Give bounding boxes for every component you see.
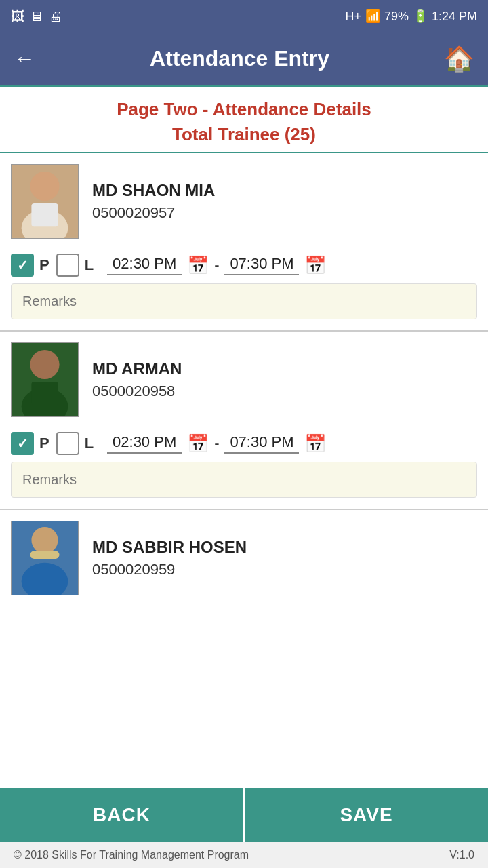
leave-wrap-1: L [56,254,94,277]
start-time-2: 02:30 PM [107,433,182,454]
trainee-details-2: MD ARMAN 0500020958 [92,359,182,400]
icon-screen: 🖥 [30,9,43,24]
leave-label-2: L [85,435,94,452]
end-calendar-2[interactable]: 📅 [304,433,326,454]
leave-checkbox-2[interactable] [56,432,79,455]
trainee-details-3: MD SABBIR HOSEN 0500020959 [92,538,247,578]
start-calendar-1[interactable]: 📅 [187,255,209,276]
svg-point-1 [30,172,59,201]
present-checkbox-1[interactable] [11,254,34,277]
svg-rect-7 [31,382,58,405]
trainee-info-2: MD ARMAN 0500020958 [11,342,477,417]
icon-printer: 🖨 [49,9,62,24]
battery-label: 79% [384,9,409,24]
trainee-photo-3 [11,521,79,595]
start-calendar-2[interactable]: 📅 [187,433,209,454]
svg-rect-10 [30,551,59,559]
leave-checkbox-1[interactable] [56,254,79,277]
trainee-info-3: MD SABBIR HOSEN 0500020959 [11,521,477,595]
trainee-name-3: MD SABBIR HOSEN [92,538,247,557]
present-checkbox-2[interactable] [11,432,34,455]
trainee-phone-1: 0500020957 [92,204,215,222]
status-bar: 🖼 🖥 🖨 H+ 📶 79% 🔋 1:24 PM [0,0,488,33]
time-label: 1:24 PM [432,9,477,24]
icon-gallery: 🖼 [11,9,24,24]
status-right: H+ 📶 79% 🔋 1:24 PM [345,9,477,24]
present-label-1: P [39,256,49,274]
present-wrap-1: P [11,254,49,277]
page-heading: Page Two - Attendance Details Total Trai… [0,87,488,153]
trainee-name-1: MD SHAON MIA [92,181,215,200]
trainee-details-1: MD SHAON MIA 0500020957 [92,181,215,222]
time-section-1: 02:30 PM 📅 - 07:30 PM 📅 [107,255,326,276]
total-trainee: Total Trainee (25) [7,124,481,145]
start-time-1: 02:30 PM [107,255,182,275]
remarks-input-2[interactable] [11,462,477,498]
time-section-2: 02:30 PM 📅 - 07:30 PM 📅 [107,433,326,454]
trainee-card-2: MD ARMAN 0500020958 P L 02:30 PM 📅 - 07:… [0,332,488,510]
remarks-input-1[interactable] [11,283,477,319]
dash-2: - [214,435,219,452]
back-button[interactable]: ← [14,46,35,71]
end-calendar-1[interactable]: 📅 [304,255,326,276]
dash-1: - [214,256,219,274]
trainee-photo-1 [11,164,79,239]
back-button-main[interactable]: BACK [0,788,243,842]
end-time-1: 07:30 PM [224,255,299,275]
present-wrap-2: P [11,432,49,455]
footer: © 2018 Skills For Training Management Pr… [0,842,488,868]
trainee-name-2: MD ARMAN [92,359,182,378]
svg-point-5 [30,350,59,379]
trainee-phone-3: 0500020959 [92,561,247,578]
trainee-phone-2: 0500020958 [92,382,182,400]
page-title: Page Two - Attendance Details [7,99,481,120]
leave-wrap-2: L [56,432,94,455]
attendance-row-1: P L 02:30 PM 📅 - 07:30 PM 📅 [11,247,477,283]
svg-rect-3 [31,203,58,226]
footer-version: V:1.0 [449,849,474,861]
app-header: ← Attendance Entry 🏠 [0,33,488,87]
battery-icon: 🔋 [413,9,428,24]
save-button-main[interactable]: SAVE [243,788,488,842]
trainee-card-1: MD SHAON MIA 0500020957 P L 02:30 PM 📅 -… [0,153,488,332]
network-label: H+ [345,9,361,24]
header-title: Attendance Entry [150,46,329,71]
footer-copyright: © 2018 Skills For Training Management Pr… [14,849,249,861]
end-time-2: 07:30 PM [224,433,299,454]
leave-label-1: L [85,256,94,274]
home-button[interactable]: 🏠 [444,45,474,73]
trainee-info-1: MD SHAON MIA 0500020957 [11,164,477,239]
signal-icon: 📶 [365,9,380,24]
attendance-row-2: P L 02:30 PM 📅 - 07:30 PM 📅 [11,425,477,462]
trainee-card-3: MD SABBIR HOSEN 0500020959 [0,510,488,614]
present-label-2: P [39,435,49,452]
svg-point-9 [31,527,58,553]
bottom-buttons: BACK SAVE [0,788,488,842]
status-icons: 🖼 🖥 🖨 [11,9,62,24]
trainee-photo-2 [11,342,79,417]
